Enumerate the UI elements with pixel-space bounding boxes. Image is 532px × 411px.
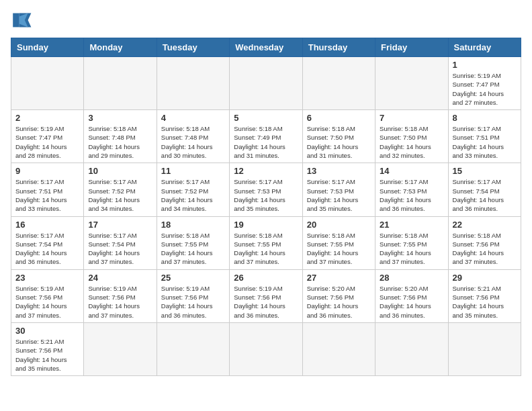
day-info: Sunrise: 5:17 AMSunset: 7:54 PMDaylight:… [453, 177, 517, 213]
day-number: 19 [234, 220, 298, 230]
calendar-cell [230, 57, 302, 110]
day-number: 30 [15, 326, 79, 336]
day-number: 27 [307, 273, 371, 283]
calendar-week-row: 16Sunrise: 5:17 AMSunset: 7:54 PMDayligh… [11, 216, 521, 269]
day-number: 20 [307, 220, 371, 230]
day-info: Sunrise: 5:17 AMSunset: 7:53 PMDaylight:… [380, 177, 443, 213]
day-number: 25 [161, 273, 225, 283]
day-info: Sunrise: 5:17 AMSunset: 7:52 PMDaylight:… [161, 177, 225, 213]
day-info: Sunrise: 5:19 AMSunset: 7:56 PMDaylight:… [88, 284, 152, 320]
calendar-cell: 20Sunrise: 5:18 AMSunset: 7:55 PMDayligh… [302, 216, 375, 269]
day-number: 14 [380, 166, 443, 176]
calendar-cell: 5Sunrise: 5:18 AMSunset: 7:49 PMDaylight… [230, 110, 302, 163]
day-info: Sunrise: 5:17 AMSunset: 7:54 PMDaylight:… [88, 231, 152, 267]
day-of-week-header: Thursday [302, 38, 375, 57]
day-number: 21 [380, 220, 443, 230]
calendar-cell: 21Sunrise: 5:18 AMSunset: 7:55 PMDayligh… [375, 216, 448, 269]
calendar-cell: 27Sunrise: 5:20 AMSunset: 7:56 PMDayligh… [302, 269, 375, 322]
calendar-cell [375, 57, 448, 110]
day-info: Sunrise: 5:20 AMSunset: 7:56 PMDaylight:… [307, 284, 371, 320]
day-info: Sunrise: 5:19 AMSunset: 7:47 PMDaylight:… [15, 124, 79, 160]
day-info: Sunrise: 5:18 AMSunset: 7:49 PMDaylight:… [234, 124, 298, 160]
calendar-week-row: 23Sunrise: 5:19 AMSunset: 7:56 PMDayligh… [11, 269, 521, 322]
day-of-week-header: Wednesday [230, 38, 302, 57]
calendar-cell: 6Sunrise: 5:18 AMSunset: 7:50 PMDaylight… [302, 110, 375, 163]
day-number: 3 [88, 113, 152, 123]
calendar-cell: 11Sunrise: 5:17 AMSunset: 7:52 PMDayligh… [157, 163, 229, 216]
day-info: Sunrise: 5:18 AMSunset: 7:55 PMDaylight:… [234, 231, 298, 267]
calendar-cell [84, 322, 157, 375]
calendar-header-row: SundayMondayTuesdayWednesdayThursdayFrid… [11, 38, 521, 57]
calendar-cell: 19Sunrise: 5:18 AMSunset: 7:55 PMDayligh… [230, 216, 302, 269]
day-number: 2 [15, 113, 79, 123]
day-info: Sunrise: 5:18 AMSunset: 7:48 PMDaylight:… [88, 124, 152, 160]
page-header [11, 11, 521, 30]
day-info: Sunrise: 5:19 AMSunset: 7:56 PMDaylight:… [15, 284, 79, 320]
day-info: Sunrise: 5:18 AMSunset: 7:55 PMDaylight:… [307, 231, 371, 267]
calendar-cell: 22Sunrise: 5:18 AMSunset: 7:56 PMDayligh… [448, 216, 521, 269]
calendar-cell: 29Sunrise: 5:21 AMSunset: 7:56 PMDayligh… [448, 269, 521, 322]
day-info: Sunrise: 5:21 AMSunset: 7:56 PMDaylight:… [453, 284, 517, 320]
day-info: Sunrise: 5:18 AMSunset: 7:55 PMDaylight:… [161, 231, 225, 267]
day-info: Sunrise: 5:17 AMSunset: 7:52 PMDaylight:… [88, 177, 152, 213]
calendar-cell [157, 57, 229, 110]
calendar-cell: 4Sunrise: 5:18 AMSunset: 7:48 PMDaylight… [157, 110, 229, 163]
calendar-cell [157, 322, 229, 375]
day-info: Sunrise: 5:17 AMSunset: 7:51 PMDaylight:… [15, 177, 79, 213]
day-number: 5 [234, 113, 298, 123]
calendar-cell [302, 322, 375, 375]
day-number: 4 [161, 113, 225, 123]
day-number: 7 [380, 113, 443, 123]
day-number: 13 [307, 166, 371, 176]
day-of-week-header: Tuesday [157, 38, 229, 57]
day-info: Sunrise: 5:17 AMSunset: 7:53 PMDaylight:… [234, 177, 298, 213]
calendar-cell: 1Sunrise: 5:19 AMSunset: 7:47 PMDaylight… [448, 57, 521, 110]
calendar-cell: 25Sunrise: 5:19 AMSunset: 7:56 PMDayligh… [157, 269, 229, 322]
calendar-week-row: 30Sunrise: 5:21 AMSunset: 7:56 PMDayligh… [11, 322, 521, 375]
day-info: Sunrise: 5:18 AMSunset: 7:55 PMDaylight:… [380, 231, 443, 267]
calendar-cell: 18Sunrise: 5:18 AMSunset: 7:55 PMDayligh… [157, 216, 229, 269]
day-number: 16 [15, 220, 79, 230]
calendar-cell: 13Sunrise: 5:17 AMSunset: 7:53 PMDayligh… [302, 163, 375, 216]
day-number: 9 [15, 166, 79, 176]
day-number: 28 [380, 273, 443, 283]
day-info: Sunrise: 5:18 AMSunset: 7:50 PMDaylight:… [307, 124, 371, 160]
calendar-cell [11, 57, 84, 110]
day-number: 17 [88, 220, 152, 230]
day-number: 24 [88, 273, 152, 283]
day-info: Sunrise: 5:18 AMSunset: 7:50 PMDaylight:… [380, 124, 443, 160]
day-number: 10 [88, 166, 152, 176]
calendar-cell: 17Sunrise: 5:17 AMSunset: 7:54 PMDayligh… [84, 216, 157, 269]
day-info: Sunrise: 5:18 AMSunset: 7:56 PMDaylight:… [453, 231, 517, 267]
calendar-cell: 3Sunrise: 5:18 AMSunset: 7:48 PMDaylight… [84, 110, 157, 163]
logo-icon [11, 11, 32, 30]
calendar-cell: 26Sunrise: 5:19 AMSunset: 7:56 PMDayligh… [230, 269, 302, 322]
calendar-cell [375, 322, 448, 375]
day-info: Sunrise: 5:19 AMSunset: 7:56 PMDaylight:… [234, 284, 298, 320]
day-number: 11 [161, 166, 225, 176]
calendar-week-row: 1Sunrise: 5:19 AMSunset: 7:47 PMDaylight… [11, 57, 521, 110]
calendar-cell: 14Sunrise: 5:17 AMSunset: 7:53 PMDayligh… [375, 163, 448, 216]
day-number: 8 [453, 113, 517, 123]
day-info: Sunrise: 5:19 AMSunset: 7:47 PMDaylight:… [453, 71, 517, 107]
day-of-week-header: Monday [84, 38, 157, 57]
calendar-cell [230, 322, 302, 375]
calendar-cell: 30Sunrise: 5:21 AMSunset: 7:56 PMDayligh… [11, 322, 84, 375]
day-number: 29 [453, 273, 517, 283]
calendar-cell: 23Sunrise: 5:19 AMSunset: 7:56 PMDayligh… [11, 269, 84, 322]
calendar-cell: 9Sunrise: 5:17 AMSunset: 7:51 PMDaylight… [11, 163, 84, 216]
logo [11, 11, 35, 30]
day-info: Sunrise: 5:21 AMSunset: 7:56 PMDaylight:… [15, 337, 79, 373]
calendar-cell: 24Sunrise: 5:19 AMSunset: 7:56 PMDayligh… [84, 269, 157, 322]
day-info: Sunrise: 5:18 AMSunset: 7:48 PMDaylight:… [161, 124, 225, 160]
day-of-week-header: Saturday [448, 38, 521, 57]
calendar-week-row: 2Sunrise: 5:19 AMSunset: 7:47 PMDaylight… [11, 110, 521, 163]
day-number: 15 [453, 166, 517, 176]
calendar-week-row: 9Sunrise: 5:17 AMSunset: 7:51 PMDaylight… [11, 163, 521, 216]
day-number: 6 [307, 113, 371, 123]
day-number: 1 [453, 60, 517, 70]
calendar-cell: 10Sunrise: 5:17 AMSunset: 7:52 PMDayligh… [84, 163, 157, 216]
calendar-cell: 12Sunrise: 5:17 AMSunset: 7:53 PMDayligh… [230, 163, 302, 216]
svg-marker-2 [13, 13, 19, 28]
day-number: 23 [15, 273, 79, 283]
